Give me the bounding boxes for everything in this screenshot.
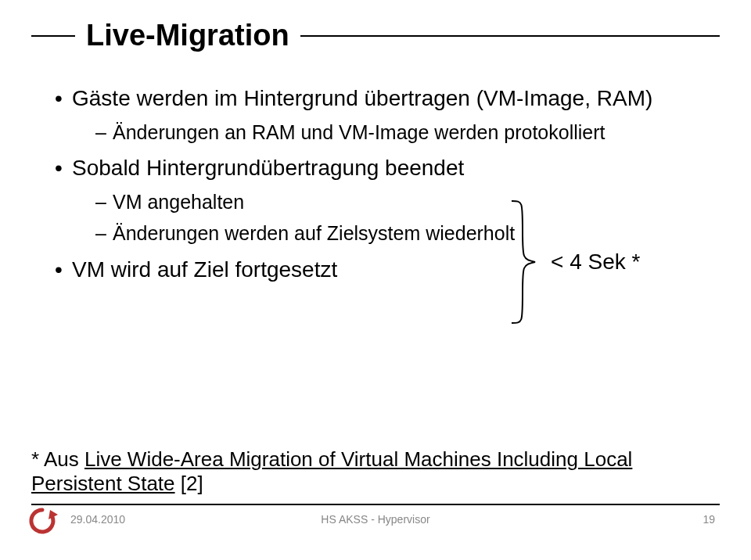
bullet-1-1-text: Änderungen an RAM und VM-Image werden pr… <box>113 121 605 143</box>
rule-left <box>31 35 75 37</box>
bullet-1: Gäste werden im Hintergrund übertragen (… <box>55 84 720 145</box>
bullet-2-2-text: Änderungen werden auf Zielsystem wiederh… <box>113 222 515 244</box>
bullet-3-text: VM wird auf Ziel fortgesetzt <box>72 257 337 282</box>
footer-rule <box>31 504 720 505</box>
bullet-1-text: Gäste werden im Hintergrund übertragen (… <box>72 86 652 110</box>
slide-footer: 29.04.2010 HS AKSS - Hypervisor 19 <box>31 504 720 549</box>
footnote-link: Live Wide-Area Migration of Virtual Mach… <box>31 447 632 495</box>
footer-page: 19 <box>702 513 715 526</box>
brace-icon <box>508 199 537 325</box>
bullet-1-1: Änderungen an RAM und VM-Image werden pr… <box>95 119 720 146</box>
rule-right <box>300 35 720 37</box>
footer-center: HS AKSS - Hypervisor <box>31 513 720 526</box>
footnote: * Aus Live Wide-Area Migration of Virtua… <box>31 447 720 496</box>
bracket-annotation: < 4 Sek * <box>508 199 640 325</box>
slide-header: Live-Migration <box>31 19 720 52</box>
footnote-suffix: [2] <box>175 472 203 495</box>
footnote-prefix: * Aus <box>31 447 84 471</box>
slide-title: Live-Migration <box>86 19 289 52</box>
bullet-2-text: Sobald Hintergrundübertragung beendet <box>72 156 464 180</box>
slide-body: Gäste werden im Hintergrund übertragen (… <box>31 84 720 285</box>
bullet-2-1-text: VM angehalten <box>113 191 244 213</box>
bracket-label: < 4 Sek * <box>551 247 640 278</box>
